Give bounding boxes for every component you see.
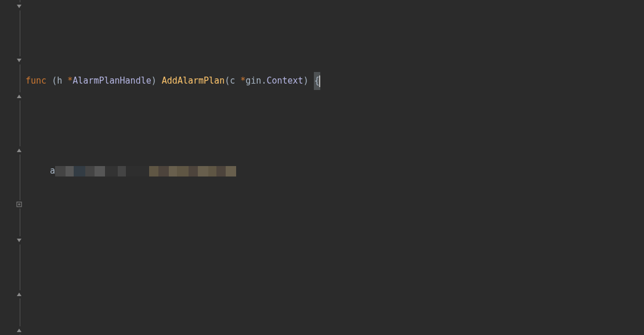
fold-line (20, 0, 20, 335)
punct (62, 72, 67, 90)
code-line[interactable]: a (26, 162, 644, 180)
dot: . (261, 72, 266, 90)
keyword-func: func (26, 72, 46, 90)
fold-end-icon[interactable] (15, 326, 23, 334)
punct: ) (303, 72, 314, 90)
redacted-content (55, 165, 236, 178)
fold-collapse-icon[interactable] (15, 56, 23, 64)
code-line[interactable]: func (h *AlarmPlanHandle) AddAlarmPlan(c… (26, 72, 644, 90)
caret (319, 75, 320, 87)
ident: h (57, 72, 62, 90)
fold-end-icon[interactable] (15, 146, 23, 154)
code-area[interactable]: func (h *AlarmPlanHandle) AddAlarmPlan(c… (26, 0, 644, 335)
star: * (240, 72, 245, 90)
punct: ( (46, 72, 57, 90)
spacer (157, 72, 162, 90)
punct (235, 72, 240, 90)
ident: c (230, 72, 235, 90)
fold-collapse-icon[interactable] (15, 2, 23, 10)
fold-expand-icon[interactable] (15, 200, 23, 208)
type-name: Context (266, 72, 303, 90)
pkg: gin (245, 72, 261, 90)
code-editor[interactable]: func (h *AlarmPlanHandle) AddAlarmPlan(c… (0, 0, 644, 335)
punct: ( (225, 72, 230, 90)
fold-collapse-icon[interactable] (15, 236, 23, 244)
star: * (67, 72, 73, 90)
type-name: AlarmPlanHandle (73, 72, 151, 90)
fold-end-icon[interactable] (15, 92, 23, 100)
ident: a (50, 162, 55, 180)
code-line-blank[interactable] (26, 252, 644, 270)
fold-end-icon[interactable] (15, 290, 23, 298)
punct: ) (151, 72, 157, 90)
gutter (0, 0, 26, 335)
func-name: AddAlarmPlan (162, 72, 225, 90)
